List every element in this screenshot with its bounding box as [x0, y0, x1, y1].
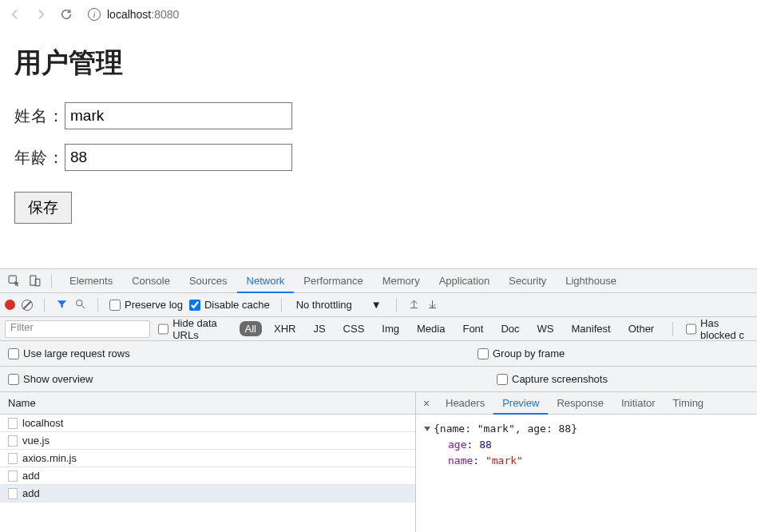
device-toggle-icon[interactable] — [26, 272, 43, 290]
filter-type-media[interactable]: Media — [411, 321, 450, 336]
preview-root-line[interactable]: {name: "mark", age: 88} — [424, 421, 749, 437]
expand-triangle-icon[interactable] — [424, 427, 430, 431]
network-toolbar: Preserve log Disable cache No throttling… — [0, 293, 757, 317]
request-row[interactable]: axios.min.js — [0, 450, 415, 467]
save-button[interactable]: 保存 — [14, 192, 72, 224]
group-by-frame-checkbox[interactable]: Group by frame — [478, 347, 685, 359]
separator — [97, 298, 98, 312]
inspect-element-icon[interactable] — [5, 272, 22, 290]
use-large-rows-checkbox[interactable]: Use large request rows — [8, 347, 216, 359]
has-blocked-cookies-checkbox[interactable]: Has blocked c — [686, 317, 752, 341]
file-icon — [8, 470, 18, 482]
request-name: add — [22, 487, 40, 499]
age-label: 年龄： — [14, 147, 65, 169]
detail-tab-preview[interactable]: Preview — [493, 392, 548, 415]
filter-input[interactable]: Filter — [5, 320, 150, 338]
filter-type-css[interactable]: CSS — [338, 321, 371, 336]
request-row[interactable]: vue.js — [0, 432, 415, 450]
devtools-tab-security[interactable]: Security — [499, 269, 556, 293]
request-name: axios.min.js — [22, 452, 77, 464]
filter-type-manifest[interactable]: Manifest — [566, 321, 616, 336]
request-list-pane: Name localhostvue.jsaxios.min.jsaddadd — [0, 392, 416, 532]
record-button[interactable] — [5, 300, 15, 310]
file-icon — [8, 435, 18, 447]
network-options-row-2: Show overview Capture screenshots — [0, 367, 757, 392]
page-content: 用户管理 姓名： 年龄： 保存 — [0, 29, 757, 236]
devtools-tab-sources[interactable]: Sources — [180, 269, 237, 293]
devtools-panel: ElementsConsoleSourcesNetworkPerformance… — [0, 268, 757, 532]
network-filter-bar: Filter Hide data URLs AllXHRJSCSSImgMedi… — [0, 317, 757, 341]
request-row[interactable]: add — [0, 485, 415, 502]
file-icon — [8, 453, 18, 464]
devtools-tabstrip: ElementsConsoleSourcesNetworkPerformance… — [0, 269, 757, 293]
preview-body: {name: "mark", age: 88} age: 88name: "ma… — [416, 415, 757, 532]
browser-toolbar: i localhost:8080 — [0, 0, 757, 29]
devtools-tab-memory[interactable]: Memory — [373, 269, 430, 293]
detail-tabstrip: × HeadersPreviewResponseInitiatorTiming — [416, 392, 757, 415]
filter-type-other[interactable]: Other — [623, 321, 660, 336]
request-name: add — [22, 470, 40, 482]
devtools-tab-application[interactable]: Application — [430, 269, 500, 293]
import-har-icon[interactable] — [408, 298, 420, 312]
preview-field[interactable]: age: 88 — [424, 437, 749, 453]
file-icon — [8, 418, 18, 429]
request-row[interactable]: add — [0, 467, 415, 485]
request-name: vue.js — [22, 435, 50, 447]
devtools-tab-console[interactable]: Console — [122, 269, 180, 293]
detail-tab-headers[interactable]: Headers — [437, 392, 493, 415]
search-icon[interactable] — [74, 298, 86, 312]
name-label: 姓名： — [14, 105, 65, 127]
file-icon — [8, 488, 18, 499]
url-text: localhost:8080 — [107, 8, 179, 21]
request-detail-pane: × HeadersPreviewResponseInitiatorTiming … — [416, 392, 757, 532]
devtools-tab-network[interactable]: Network — [237, 269, 295, 293]
devtools-tab-performance[interactable]: Performance — [294, 269, 372, 293]
reload-button[interactable] — [56, 4, 77, 25]
filter-type-all[interactable]: All — [240, 321, 262, 336]
show-overview-checkbox[interactable]: Show overview — [8, 373, 216, 385]
capture-screenshots-checkbox[interactable]: Capture screenshots — [497, 373, 704, 385]
filter-type-font[interactable]: Font — [457, 321, 489, 336]
detail-tab-timing[interactable]: Timing — [664, 392, 713, 415]
network-panes: Name localhostvue.jsaxios.min.jsaddadd ×… — [0, 392, 757, 532]
age-input[interactable] — [65, 144, 292, 171]
devtools-tab-lighthouse[interactable]: Lighthouse — [556, 269, 626, 293]
preview-field[interactable]: name: "mark" — [424, 453, 749, 469]
separator — [44, 298, 45, 312]
filter-type-doc[interactable]: Doc — [495, 321, 525, 336]
detail-tab-response[interactable]: Response — [548, 392, 612, 415]
separator — [51, 274, 52, 288]
clear-button[interactable] — [22, 300, 33, 311]
preserve-log-checkbox[interactable]: Preserve log — [109, 299, 183, 311]
svg-line-5 — [81, 305, 85, 308]
svg-marker-3 — [57, 300, 66, 308]
request-row[interactable]: localhost — [0, 415, 415, 432]
separator — [672, 322, 673, 336]
name-row: 姓名： — [14, 102, 743, 129]
filter-type-img[interactable]: Img — [376, 321, 405, 336]
separator — [396, 298, 397, 312]
throttling-select[interactable]: No throttling▼ — [293, 299, 385, 311]
disable-cache-checkbox[interactable]: Disable cache — [189, 299, 270, 311]
address-bar[interactable]: i localhost:8080 — [81, 3, 752, 26]
filter-type-xhr[interactable]: XHR — [268, 321, 301, 336]
svg-point-4 — [77, 300, 83, 306]
request-list-header[interactable]: Name — [0, 392, 415, 415]
separator — [281, 298, 282, 312]
devtools-tab-elements[interactable]: Elements — [60, 269, 122, 293]
export-har-icon[interactable] — [426, 298, 438, 312]
detail-tab-initiator[interactable]: Initiator — [612, 392, 664, 415]
name-input[interactable] — [65, 102, 292, 129]
request-name: localhost — [22, 417, 63, 429]
close-detail-button[interactable]: × — [416, 397, 437, 410]
filter-toggle-icon[interactable] — [56, 298, 68, 312]
forward-button[interactable] — [30, 4, 51, 25]
back-button[interactable] — [5, 4, 26, 25]
hide-data-urls-checkbox[interactable]: Hide data URLs — [158, 317, 231, 341]
site-info-icon[interactable]: i — [88, 8, 101, 21]
filter-type-js[interactable]: JS — [307, 321, 331, 336]
age-row: 年龄： — [14, 144, 743, 171]
page-title: 用户管理 — [14, 45, 743, 81]
filter-type-ws[interactable]: WS — [532, 321, 560, 336]
network-options-row-1: Use large request rows Group by frame — [0, 341, 757, 367]
